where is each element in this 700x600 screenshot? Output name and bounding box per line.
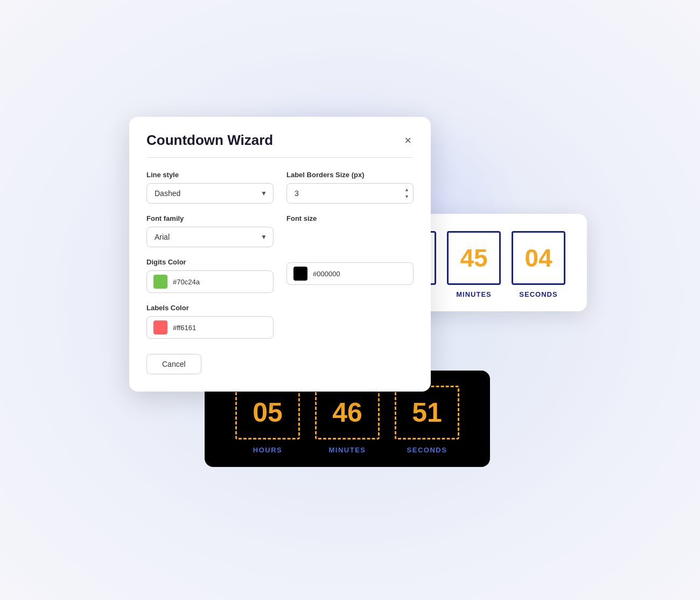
white-minutes-value: 45 xyxy=(460,243,487,273)
digits-color-swatch xyxy=(153,275,167,289)
digits-color-label: Digits Color xyxy=(146,258,274,266)
line-style-select[interactable]: Dashed Solid Dotted xyxy=(146,183,274,204)
spin-buttons: ▲ ▼ xyxy=(402,186,411,200)
countdown-wizard-dialog: Countdown Wizard × Line style Dashed Sol… xyxy=(129,117,431,392)
black-seconds-value: 51 xyxy=(412,397,442,428)
black-labels-row: HOURS MINUTES SECONDS xyxy=(235,446,459,454)
white-minutes-label: MINUTES xyxy=(447,290,501,298)
digits-color-picker[interactable]: #70c24a xyxy=(146,270,274,293)
labels-color-field: Labels Color #ff6161 xyxy=(146,304,274,339)
white-seconds-label: SECONDS xyxy=(512,290,565,298)
black-seconds-label: SECONDS xyxy=(395,446,459,454)
font-size-label: Font size xyxy=(286,214,414,222)
black-seconds-box: 51 xyxy=(395,386,459,439)
font-family-field: Font family Arial Helvetica Times New Ro… xyxy=(146,214,274,247)
label-borders-size-field: Label Borders Size (px) ▲ ▼ xyxy=(286,171,414,204)
labels-color-picker[interactable]: #ff6161 xyxy=(146,316,274,339)
font-family-select[interactable]: Arial Helvetica Times New Roman xyxy=(146,227,274,247)
digits-color-hex: #70c24a xyxy=(173,278,200,286)
bg-color-field: #000000 xyxy=(286,258,414,293)
bg-color-hex: #000000 xyxy=(313,270,340,278)
black-minutes-box: 46 xyxy=(315,386,380,439)
labels-color-label: Labels Color xyxy=(146,304,274,312)
line-style-field: Line style Dashed Solid Dotted ▼ xyxy=(146,171,274,204)
line-style-label: Line style xyxy=(146,171,274,179)
black-hours-label: HOURS xyxy=(235,446,300,454)
font-family-select-wrapper: Arial Helvetica Times New Roman ▼ xyxy=(146,227,274,247)
bg-color-swatch xyxy=(293,267,307,281)
spin-up-button[interactable]: ▲ xyxy=(402,186,411,193)
dialog-header: Countdown Wizard × xyxy=(146,132,414,158)
label-borders-size-label: Label Borders Size (px) xyxy=(286,171,414,179)
bg-color-picker[interactable]: #000000 xyxy=(286,262,414,285)
black-hours-box: 05 xyxy=(235,386,300,439)
black-digits-row: 05 46 51 xyxy=(235,386,459,439)
digits-color-field: Digits Color #70c24a xyxy=(146,258,274,293)
line-style-select-wrapper: Dashed Solid Dotted ▼ xyxy=(146,183,274,204)
close-button[interactable]: × xyxy=(402,132,414,149)
labels-color-hex: #ff6161 xyxy=(173,324,196,332)
black-minutes-value: 46 xyxy=(332,397,362,428)
form-grid: Line style Dashed Solid Dotted ▼ Label B… xyxy=(146,171,414,339)
dialog-title: Countdown Wizard xyxy=(146,132,273,149)
font-family-label: Font family xyxy=(146,214,274,222)
white-minutes-box: 45 xyxy=(447,231,501,285)
font-size-field: Font size xyxy=(286,214,414,247)
dialog-footer: Cancel xyxy=(146,354,414,374)
black-minutes-label: MINUTES xyxy=(315,446,380,454)
black-hours-value: 05 xyxy=(253,397,283,428)
white-seconds-value: 04 xyxy=(524,243,552,273)
spin-down-button[interactable]: ▼ xyxy=(402,193,411,200)
cancel-button[interactable]: Cancel xyxy=(146,354,201,374)
labels-color-swatch xyxy=(153,320,167,334)
white-seconds-box: 04 xyxy=(512,231,565,285)
label-borders-size-wrapper: ▲ ▼ xyxy=(286,183,414,204)
label-borders-size-input[interactable] xyxy=(286,183,414,204)
